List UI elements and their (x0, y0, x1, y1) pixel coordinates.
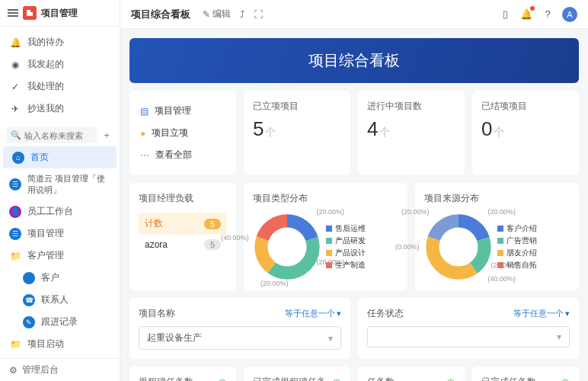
shortcuts-card: ▤项目管理 ●项目立项 ⋯查看全部 (129, 91, 236, 175)
admin-backend[interactable]: ⚙管理后台 (0, 358, 120, 381)
filter-condition[interactable]: 等于任意一个▾ (513, 308, 570, 319)
expand-icon: ⛶ (254, 9, 263, 20)
nav-customer-item[interactable]: 👤客户 (0, 267, 120, 289)
nav-followup[interactable]: ✎跟进记录 (0, 311, 120, 333)
topbar: 项目综合看板 ✎编辑 ⤴ ⛶ ▯ 🔔 ? A (120, 0, 588, 29)
search-input-wrap[interactable]: 🔍 (6, 127, 97, 143)
type-chart-card: 项目类型分布 (20.00%) (40.00%) (20.00%) (244, 183, 407, 290)
info-icon[interactable]: ⓘ (446, 378, 455, 381)
search-icon: 🔍 (11, 130, 21, 140)
app-title: 项目管理 (41, 7, 78, 20)
folder-icon: 📁 (9, 338, 21, 351)
customer-icon: 👤 (23, 272, 35, 284)
dot-icon: ● (140, 128, 145, 139)
stat-milestone-done: 已完成里程碑任务ⓘ 2个 (244, 367, 350, 381)
nav-contact[interactable]: ☎联系人 (0, 289, 120, 311)
list-icon: ▤ (140, 106, 149, 117)
manager-header[interactable]: 计数5 (139, 213, 227, 235)
check-icon: ✓ (9, 81, 21, 93)
nav-todo[interactable]: 🔔我的待办 (0, 31, 120, 53)
status-select[interactable]: ▾ (367, 326, 570, 347)
shortcut-all[interactable]: ⋯查看全部 (139, 144, 227, 166)
user-icon: 👤 (9, 206, 21, 218)
folder-icon: 📁 (9, 250, 21, 262)
hero-banner: 项目综合看板 (129, 38, 579, 83)
filter-project-name: 项目名称 等于任意一个▾ 起重设备生产▾ (129, 298, 350, 359)
sidebar: 项目管理 🔔我的待办 ◉我发起的 ✓我处理的 ✈抄送我的 🔍 + ⌂首页 ☰简道… (0, 0, 120, 381)
nav-guide[interactable]: ☰简道云 项目管理「使用说明」 (0, 168, 120, 200)
app-logo (23, 6, 37, 20)
filter-condition[interactable]: 等于任意一个▾ (285, 308, 341, 319)
info-icon[interactable]: ⓘ (218, 378, 227, 381)
share-icon: ⤴ (240, 9, 244, 20)
stat-tasks-done: 已完成任务数ⓘ 3个 (472, 367, 579, 381)
menu-toggle-icon[interactable] (8, 8, 18, 18)
manager-load-card: 项目经理负载 计数5 azora5 (129, 183, 236, 290)
manager-row[interactable]: azora5 (139, 235, 227, 255)
project-select[interactable]: 起重设备生产▾ (139, 326, 341, 350)
search-input[interactable] (24, 131, 92, 140)
project-icon: ☰ (9, 228, 21, 240)
share-button[interactable]: ⤴ (240, 8, 244, 21)
source-donut-chart: (20.00%) (20.00%) (0.00%) (40.00%) (20.0… (424, 213, 493, 281)
chevron-down-icon: ▾ (337, 309, 341, 319)
edit-button[interactable]: ✎编辑 (203, 8, 231, 21)
page-title: 项目综合看板 (131, 8, 190, 21)
send-icon: ✈ (9, 103, 21, 115)
book-icon[interactable]: ▯ (498, 8, 512, 21)
nav-project-mgmt[interactable]: ☰项目管理 (0, 223, 120, 245)
stat-milestone: 里程碑任务数ⓘ 8个 (129, 367, 236, 381)
stat-inprogress: 进行中项目数 4个 (358, 91, 465, 175)
nav-handled[interactable]: ✓我处理的 (0, 75, 120, 98)
edit-icon: ✎ (203, 9, 210, 20)
stat-initiated: 已立项项目 5个 (244, 91, 350, 175)
record-icon: ✎ (23, 316, 35, 328)
source-chart-card: 项目来源分布 (20.00%) (20.00%) (0.00%) (415, 183, 579, 290)
stat-tasks: 任务数ⓘ 11个 (358, 367, 465, 381)
shortcut-init[interactable]: ●项目立项 (139, 122, 227, 144)
fullscreen-button[interactable]: ⛶ (254, 8, 263, 21)
nav-initiated[interactable]: ◉我发起的 (0, 53, 120, 75)
info-icon[interactable]: ⓘ (561, 378, 570, 381)
chevron-down-icon: ▾ (557, 331, 561, 342)
doc-icon: ☰ (9, 178, 21, 190)
nav-cc[interactable]: ✈抄送我的 (0, 98, 120, 120)
filter-task-status: 任务状态 等于任意一个▾ ▾ (358, 298, 579, 359)
gear-icon: ⚙ (9, 365, 18, 376)
nav-project-start[interactable]: 📁项目启动 (0, 333, 120, 355)
add-button[interactable]: + (100, 129, 113, 142)
help-icon[interactable]: ? (541, 8, 554, 21)
stat-closed: 已结项项目 0个 (472, 91, 579, 175)
type-donut-chart: (20.00%) (40.00%) (20.00%) (20.00%) (253, 213, 321, 281)
notification-icon[interactable]: 🔔 (519, 8, 533, 21)
target-icon: ◉ (9, 59, 21, 71)
info-icon[interactable]: ⓘ (332, 378, 341, 381)
nav-home[interactable]: ⌂首页 (3, 146, 117, 168)
contact-icon: ☎ (23, 294, 35, 306)
chevron-down-icon: ▾ (565, 309, 570, 319)
nav-customer[interactable]: 📁客户管理 (0, 245, 120, 267)
nav-workbench[interactable]: 👤员工工作台 (0, 200, 120, 223)
user-avatar[interactable]: A (562, 7, 577, 22)
shortcut-pm[interactable]: ▤项目管理 (139, 100, 227, 122)
more-icon: ⋯ (140, 150, 149, 161)
chevron-down-icon: ▾ (328, 333, 333, 344)
bell-icon: 🔔 (9, 37, 21, 49)
home-icon: ⌂ (12, 152, 24, 164)
